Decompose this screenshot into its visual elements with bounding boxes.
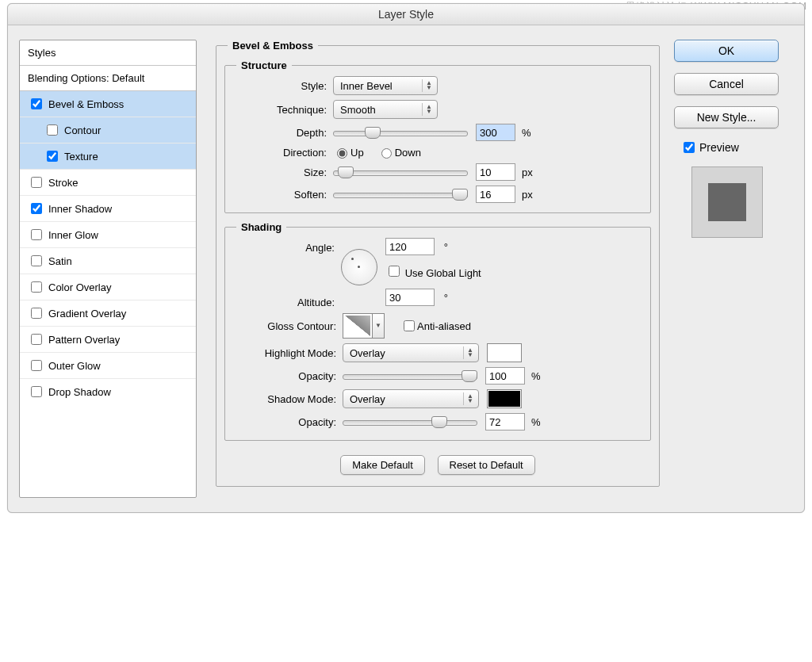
depth-input[interactable]	[476, 124, 515, 141]
soften-slider[interactable]	[333, 186, 468, 203]
sidebar-item-drop-shadow[interactable]: Drop Shadow	[20, 379, 196, 404]
technique-label: Technique:	[225, 104, 327, 116]
checkbox-texture[interactable]	[47, 151, 58, 162]
new-style-button[interactable]: New Style...	[674, 106, 779, 128]
gloss-contour-swatch[interactable]	[343, 313, 373, 339]
style-value: Inner Bevel	[340, 80, 422, 92]
sidebar-item-label: Inner Glow	[48, 229, 98, 241]
sidebar-item-label: Texture	[64, 151, 98, 163]
checkbox-stroke[interactable]	[31, 177, 42, 188]
reset-default-button[interactable]: Reset to Default	[438, 455, 535, 475]
preview-checkbox[interactable]	[684, 142, 695, 153]
sidebar-item-label: Satin	[48, 255, 72, 267]
checkbox-color-overlay[interactable]	[31, 281, 42, 293]
preview-sample	[708, 183, 746, 221]
sidebar-item-texture[interactable]: Texture	[20, 143, 196, 170]
sidebar-item-color-overlay[interactable]: Color Overlay	[20, 274, 196, 300]
soften-input[interactable]	[476, 186, 515, 203]
direction-label: Direction:	[225, 147, 327, 159]
percent-unit: %	[531, 370, 541, 382]
sidebar-item-contour[interactable]: Contour	[20, 117, 196, 143]
shadow-color-swatch[interactable]	[487, 389, 522, 408]
sidebar-item-label: Contour	[64, 124, 101, 136]
highlight-mode-select[interactable]: Overlay ▲▼	[343, 343, 479, 362]
altitude-input[interactable]	[385, 289, 435, 306]
gloss-contour-label: Gloss Contour:	[225, 320, 336, 332]
angle-label: Angle:	[225, 238, 335, 258]
angle-unit: °	[444, 241, 448, 253]
sidebar-item-label: Stroke	[48, 177, 79, 189]
preview-label: Preview	[699, 141, 739, 154]
direction-down-label: Down	[395, 147, 421, 159]
checkbox-outer-glow[interactable]	[31, 360, 42, 371]
shadow-opacity-input[interactable]	[485, 413, 525, 430]
highlight-mode-label: Highlight Mode:	[225, 347, 336, 359]
checkbox-drop-shadow[interactable]	[31, 386, 42, 397]
style-label: Style:	[225, 80, 327, 92]
global-light-checkbox[interactable]	[389, 266, 400, 277]
sidebar-item-pattern-overlay[interactable]: Pattern Overlay	[20, 327, 196, 353]
shadow-mode-value: Overlay	[350, 393, 463, 405]
style-select[interactable]: Inner Bevel ▲▼	[333, 76, 438, 95]
checkbox-contour[interactable]	[47, 124, 58, 136]
updown-icon: ▲▼	[422, 79, 435, 92]
checkbox-inner-shadow[interactable]	[31, 203, 42, 214]
styles-header[interactable]: Styles	[20, 40, 196, 66]
angle-dial[interactable]	[341, 249, 377, 285]
sidebar-item-inner-glow[interactable]: Inner Glow	[20, 222, 196, 248]
highlight-mode-value: Overlay	[350, 347, 463, 359]
group-title: Bevel & Emboss	[228, 40, 318, 52]
window-title: Layer Style	[8, 4, 804, 25]
blending-options-row[interactable]: Blending Options: Default	[20, 66, 196, 91]
cancel-button[interactable]: Cancel	[674, 73, 779, 95]
sidebar-item-label: Color Overlay	[48, 281, 111, 293]
antialiased-label: Anti-aliased	[417, 320, 471, 332]
shadow-mode-select[interactable]: Overlay ▲▼	[343, 389, 479, 408]
checkbox-inner-glow[interactable]	[31, 229, 42, 240]
sidebar-item-label: Bevel & Emboss	[48, 98, 124, 110]
depth-slider[interactable]	[333, 124, 468, 141]
structure-group: Structure Style: Inner Bevel ▲▼ Techniqu…	[224, 59, 651, 213]
styles-panel: Styles Blending Options: Default Bevel &…	[19, 40, 197, 498]
altitude-unit: °	[444, 292, 448, 304]
direction-up-radio[interactable]	[337, 148, 347, 159]
checkbox-satin[interactable]	[31, 255, 42, 266]
updown-icon: ▲▼	[463, 346, 477, 359]
checkbox-pattern-overlay[interactable]	[31, 334, 42, 345]
make-default-button[interactable]: Make Default	[340, 455, 425, 475]
ok-button[interactable]: OK	[674, 40, 779, 62]
settings-panel: Bevel & Emboss Structure Style: Inner Be…	[216, 40, 660, 498]
checkbox-gradient-overlay[interactable]	[31, 308, 42, 319]
soften-label: Soften:	[225, 189, 327, 201]
direction-down-radio[interactable]	[381, 148, 392, 159]
percent-unit: %	[531, 416, 541, 428]
highlight-opacity-label: Opacity:	[225, 370, 336, 382]
highlight-opacity-slider[interactable]	[343, 367, 477, 385]
sidebar-item-satin[interactable]: Satin	[20, 248, 196, 274]
sidebar-item-inner-shadow[interactable]: Inner Shadow	[20, 196, 196, 222]
bevel-emboss-group: Bevel & Emboss Structure Style: Inner Be…	[216, 40, 660, 487]
sidebar-item-label: Drop Shadow	[48, 386, 111, 398]
layer-style-dialog: Layer Style Styles Blending Options: Def…	[7, 3, 805, 513]
technique-select[interactable]: Smooth ▲▼	[333, 100, 438, 119]
sidebar-item-stroke[interactable]: Stroke	[20, 170, 196, 196]
depth-unit: %	[522, 127, 531, 139]
highlight-color-swatch[interactable]	[487, 343, 522, 362]
highlight-opacity-input[interactable]	[485, 367, 525, 385]
size-unit: px	[522, 166, 533, 178]
sidebar-item-outer-glow[interactable]: Outer Glow	[20, 353, 196, 379]
dialog-actions: OK Cancel New Style... Preview	[674, 40, 793, 498]
checkbox-bevel-emboss[interactable]	[31, 98, 42, 109]
angle-input[interactable]	[385, 238, 435, 255]
size-slider[interactable]	[333, 163, 468, 181]
size-input[interactable]	[476, 163, 515, 181]
sidebar-item-label: Outer Glow	[48, 360, 101, 372]
sidebar-item-gradient-overlay[interactable]: Gradient Overlay	[20, 300, 196, 327]
updown-icon: ▲▼	[463, 392, 477, 405]
structure-legend: Structure	[236, 59, 292, 71]
gloss-contour-dropdown[interactable]: ▼	[373, 313, 385, 339]
antialiased-checkbox[interactable]	[404, 320, 415, 331]
sidebar-item-bevel-emboss[interactable]: Bevel & Emboss	[20, 91, 196, 117]
shading-group: Shading Angle: Altitude:	[224, 221, 651, 441]
shadow-opacity-slider[interactable]	[343, 413, 477, 430]
